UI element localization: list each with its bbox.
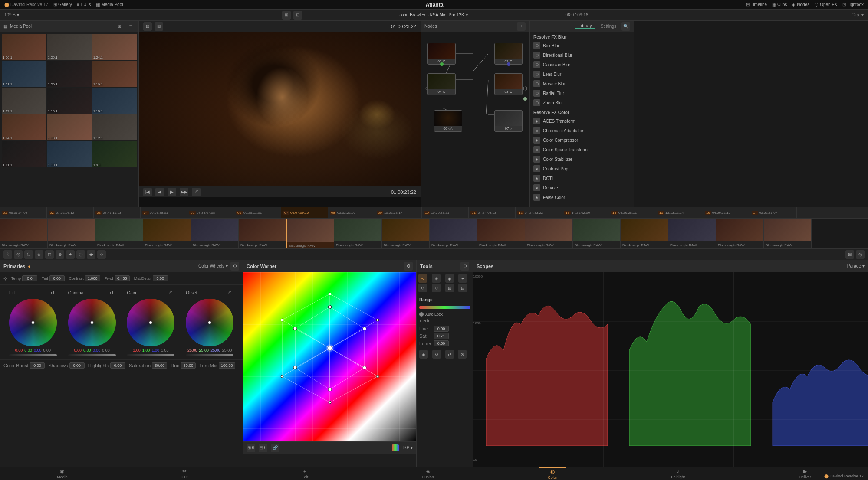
undo-btn[interactable]: ↺ — [418, 284, 427, 292]
colorwarp-btn[interactable]: ⬡ — [24, 250, 33, 259]
offset-color-wheel[interactable] — [186, 299, 233, 346]
deselect-btn[interactable]: ⊟ — [458, 284, 467, 292]
range-color-bar[interactable] — [419, 306, 470, 309]
warper-canvas[interactable] — [243, 272, 416, 441]
viewer-btn2[interactable]: ⊡ — [293, 11, 302, 20]
thumb-1[interactable]: 1.26.1 — [2, 34, 46, 60]
gain-color-wheel[interactable] — [127, 299, 174, 346]
hsp-label[interactable]: HSP ▾ — [401, 445, 413, 450]
clip-12[interactable]: Blackmagic RAW — [525, 219, 573, 249]
fx-false-color[interactable]: ◈ False Color — [530, 193, 634, 202]
warper-zoom-in[interactable]: ⊞ 6 — [247, 444, 255, 452]
fx-radial-blur[interactable]: ⬡ Radial Blur — [530, 88, 634, 98]
fx-color-stabilizer[interactable]: ◈ Color Stabilizer — [530, 154, 634, 164]
offset-slider[interactable] — [186, 354, 233, 356]
clip-3[interactable]: Blackmagic RAW — [95, 219, 143, 249]
clip-11[interactable]: Blackmagic RAW — [477, 219, 525, 249]
warper-mesh[interactable] — [243, 272, 416, 441]
cursor-tool[interactable]: ↖ — [418, 274, 427, 283]
warper-link-btn[interactable]: 🔗 — [271, 444, 279, 452]
openfx-btn[interactable]: ⬡ Open FX — [815, 2, 837, 7]
clip-2[interactable]: Blackmagic RAW — [48, 219, 95, 249]
scopes-mode-dropdown[interactable]: Parade ▾ — [847, 264, 865, 268]
hsl-btn[interactable]: ◎ — [14, 250, 23, 259]
fx-zoom-blur[interactable]: ⬡ Zoom Blur — [530, 98, 634, 108]
nav-fairlight[interactable]: ♪ Fairlight — [662, 467, 694, 480]
fx-gaussian-blur[interactable]: ⬡ Gaussian Blur — [530, 60, 634, 69]
gallery-btn[interactable]: ⊞ Gallery — [53, 2, 72, 7]
prev-frame-btn[interactable]: ◀ — [155, 188, 164, 196]
eyedropper-tool[interactable]: ⊕ — [432, 274, 441, 283]
tl-seg-1[interactable]: 01 06:37:04:08 — [0, 207, 47, 218]
zoom-display[interactable]: 109% ▾ — [4, 13, 19, 17]
gamma-slider[interactable] — [68, 354, 116, 356]
fx-color-compressor[interactable]: ◈ Color Compressor — [530, 135, 634, 145]
tl-seg-10[interactable]: 10 10:25:39:21 — [422, 207, 469, 218]
nav-cut[interactable]: ✂ Cut — [173, 467, 196, 480]
tl-seg-16[interactable]: 16 04:56:32:15 — [703, 207, 750, 218]
tl-seg-7[interactable]: 07 06:07:09:16 — [281, 207, 328, 218]
list-view-btn[interactable]: ≡ — [126, 22, 135, 31]
warper-settings-btn[interactable]: ⚙ — [404, 262, 413, 271]
nav-fusion[interactable]: ◈ Fusion — [414, 467, 443, 480]
node-balance[interactable]: 04 ⊙ — [427, 73, 456, 95]
gain-reset-btn[interactable]: ↺ — [166, 288, 174, 297]
lightbox-btn[interactable]: ⊡ Lightbox — [842, 2, 864, 7]
nav-color[interactable]: ◐ Color — [539, 467, 566, 480]
tl-seg-14[interactable]: 14 04:26:28:11 — [609, 207, 656, 218]
gamma-reset-btn[interactable]: ↺ — [107, 288, 116, 297]
thumb-14[interactable]: 1.10.1 — [47, 141, 91, 167]
fx-mosaic-blur[interactable]: ⬡ Mosaic Blur — [530, 79, 634, 88]
thumb-9[interactable]: 1.15.1 — [92, 88, 137, 114]
thumb-3[interactable]: 1.24.1 — [92, 34, 137, 60]
clip-4[interactable]: Blackmagic RAW — [143, 219, 191, 249]
clip-5[interactable]: Blackmagic RAW — [191, 219, 239, 249]
tl-seg-12[interactable]: 12 04:24:33:22 — [516, 207, 562, 218]
reset-all-btn[interactable]: ⊹ — [3, 274, 7, 283]
clip-9[interactable]: Blackmagic RAW — [382, 219, 430, 249]
color-wheels-dropdown[interactable]: Color Wheels ▾ — [198, 264, 228, 268]
thumb-6[interactable]: 1.19.1 — [92, 61, 137, 87]
media-pool-btn[interactable]: ▦ Media Pool — [96, 2, 123, 7]
fx-aces-transform[interactable]: ◈ ACES Transform — [530, 116, 634, 126]
clip-1[interactable]: Blackmagic RAW — [0, 219, 48, 249]
timeline-btn[interactable]: ⊟ Timeline — [746, 2, 767, 7]
thumb-5[interactable]: 1.20.1 — [47, 61, 91, 87]
viewer-zoom-out[interactable]: ⊟ — [143, 22, 152, 31]
tl-seg-11[interactable]: 11 04:24:08:13 — [469, 207, 516, 218]
thumb-10[interactable]: 1.14.1 — [2, 114, 46, 140]
grid-view-btn[interactable]: ⊞ — [115, 22, 124, 31]
clip-name-display[interactable]: John Brawley URSA Mini Pro 12K ▾ — [306, 12, 561, 18]
stereoscopic-btn[interactable]: ⊹ — [97, 250, 106, 259]
thumb-15[interactable]: 1.9.1 — [92, 141, 137, 167]
clip-14[interactable]: Blackmagic RAW — [621, 219, 668, 249]
lift-color-wheel[interactable] — [9, 299, 57, 346]
brush-tool[interactable]: ◈ — [445, 274, 454, 283]
tl-seg-6[interactable]: 06 06:29:11:01 — [234, 207, 281, 218]
thumb-12[interactable]: 1.12.1 — [92, 114, 137, 140]
tl-seg-8[interactable]: 08 05:33:22:00 — [328, 207, 375, 218]
tl-seg-4[interactable]: 04 06:09:38:01 — [141, 207, 187, 218]
play-btn[interactable]: ▶ — [168, 188, 176, 196]
thumb-13[interactable]: 1.11.1 — [2, 141, 46, 167]
viewer-right-1[interactable]: ⊞ — [845, 250, 854, 259]
tl-seg-5[interactable]: 05 07:34:07:08 — [187, 207, 234, 218]
lift-reset-btn[interactable]: ↺ — [48, 288, 57, 297]
tl-seg-9[interactable]: 09 10:02:33:17 — [375, 207, 422, 218]
wand-tool[interactable]: ✦ — [458, 274, 467, 283]
clip-10[interactable]: Blackmagic RAW — [430, 219, 477, 249]
blur-btn[interactable]: ◌ — [76, 250, 85, 259]
go-to-start-btn[interactable]: |◀ — [143, 188, 152, 196]
clip-8[interactable]: Blackmagic RAW — [334, 219, 382, 249]
warper-zoom-out[interactable]: ⊟ 6 — [259, 444, 267, 452]
fx-lens-blur[interactable]: ⬡ Lens Blur — [530, 69, 634, 79]
mask-btn[interactable]: ◻ — [45, 250, 54, 259]
reset-btn2[interactable]: ↺ — [432, 350, 441, 359]
tl-seg-15[interactable]: 15 13:13:12:14 — [656, 207, 703, 218]
node-add-btn[interactable]: + — [517, 22, 526, 31]
tab-settings[interactable]: Settings — [597, 24, 620, 29]
viewer-right-2[interactable]: ◎ — [856, 250, 865, 259]
tl-seg-17[interactable]: 17 05:52:37:07 — [750, 207, 797, 218]
clip-7-active[interactable]: Blackmagic RAW — [286, 219, 334, 249]
node-skin[interactable]: 03 ⊙ — [494, 73, 523, 95]
